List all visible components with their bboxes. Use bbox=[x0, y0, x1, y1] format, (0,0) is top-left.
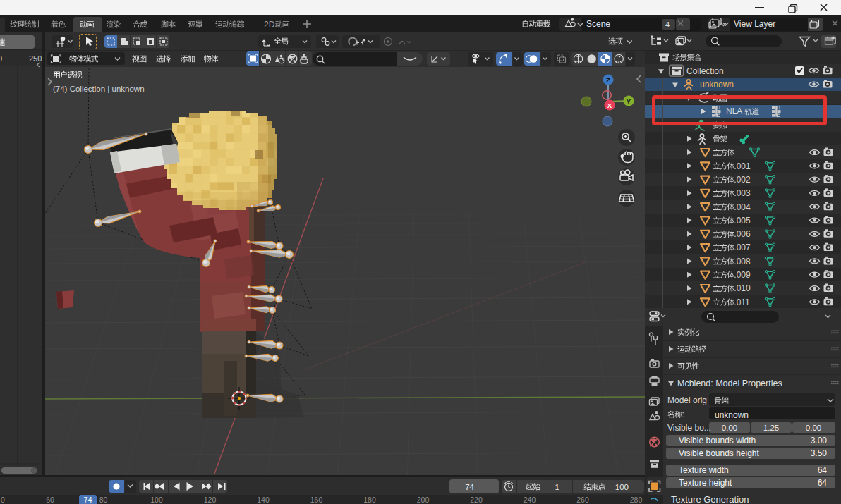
svg-text:unknown: unknown bbox=[715, 410, 749, 420]
svg-text:Visible bo...: Visible bo... bbox=[667, 423, 711, 433]
svg-text:.010: .010 bbox=[734, 283, 751, 293]
svg-text:Model orig: Model orig bbox=[667, 395, 707, 405]
svg-text:1.25: 1.25 bbox=[763, 424, 779, 432]
svg-text:unknown: unknown bbox=[700, 80, 734, 90]
svg-text:Texture height: Texture height bbox=[679, 478, 732, 488]
svg-text:.011: .011 bbox=[734, 297, 750, 307]
svg-text:Mcblend: Model Properties: Mcblend: Model Properties bbox=[677, 379, 782, 388]
svg-text:0.00: 0.00 bbox=[806, 424, 821, 432]
svg-text:Visible bounds height: Visible bounds height bbox=[679, 448, 760, 458]
svg-text:Collection: Collection bbox=[686, 66, 724, 76]
svg-text:2D: 2D bbox=[264, 20, 275, 30]
svg-text:Texture Generation: Texture Generation bbox=[671, 494, 749, 504]
svg-text:64: 64 bbox=[818, 465, 828, 475]
svg-text:3.50: 3.50 bbox=[811, 448, 828, 458]
svg-text:.006: .006 bbox=[734, 229, 751, 239]
svg-text:Visible bounds width: Visible bounds width bbox=[679, 436, 756, 445]
svg-text:.008: .008 bbox=[734, 257, 751, 266]
svg-text:.004: .004 bbox=[734, 202, 751, 212]
svg-text:.002: .002 bbox=[734, 175, 751, 185]
svg-text:(74) Collection | unknown: (74) Collection | unknown bbox=[53, 85, 145, 93]
svg-text:.001: .001 bbox=[734, 161, 751, 171]
svg-text::: : bbox=[682, 410, 684, 419]
svg-text:0.00: 0.00 bbox=[722, 424, 737, 432]
svg-text:.005: .005 bbox=[734, 216, 751, 226]
svg-text:Texture width: Texture width bbox=[679, 465, 729, 475]
svg-text:.009: .009 bbox=[734, 270, 751, 280]
svg-text:.007: .007 bbox=[734, 242, 751, 252]
svg-text:3.00: 3.00 bbox=[811, 436, 828, 445]
svg-text:64: 64 bbox=[818, 478, 828, 488]
svg-text:.003: .003 bbox=[734, 188, 751, 198]
